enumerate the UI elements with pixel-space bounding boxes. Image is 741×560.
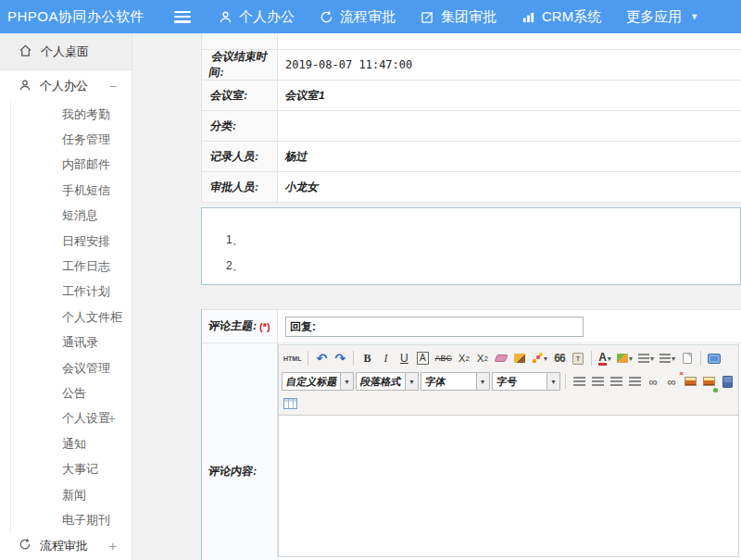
bold-button[interactable]: B (358, 349, 375, 367)
sidebar-item-my-attendance[interactable]: 我的考勤 (11, 102, 132, 127)
nav-item-label: 个人办公 (239, 8, 295, 26)
border-text-button[interactable]: A (417, 352, 429, 365)
select-value: 自定义标题 (282, 375, 342, 389)
expand-icon[interactable]: + (108, 411, 116, 426)
font-size-select[interactable]: 字号 ▾ (492, 372, 561, 391)
editor-content-area[interactable] (279, 416, 738, 556)
sidebar-item-label: 个人文件柜 (62, 309, 122, 326)
ordered-list-icon (638, 354, 649, 363)
insert-image-button[interactable] (682, 372, 698, 391)
person-icon (219, 10, 232, 24)
sidebar-item-label: 流程审批 (40, 538, 88, 554)
comment-content-label: 评论内容: (207, 464, 258, 479)
undo-button[interactable]: ↶ (313, 349, 330, 367)
ordered-list-button[interactable]: ▾ (636, 349, 656, 367)
insert-table-button[interactable] (282, 394, 299, 413)
nav-crm-system[interactable]: CRM系统 (521, 8, 601, 26)
sidebar-item-short-message[interactable]: 短消息 (11, 204, 132, 229)
insert-media-button[interactable] (719, 372, 735, 391)
magic-wand-icon (532, 353, 543, 364)
align-right-icon (610, 377, 622, 386)
cycle-icon (19, 538, 31, 554)
italic-button[interactable]: I (377, 349, 394, 367)
html-source-button[interactable]: HTML (282, 349, 303, 367)
underline-button[interactable]: U (396, 349, 412, 367)
select-value: 段落格式 (356, 375, 407, 389)
paste-button[interactable]: T (570, 349, 586, 367)
field-label: 记录人员: (209, 149, 260, 165)
paragraph-format-select[interactable]: 段落格式 ▾ (356, 372, 419, 391)
nav-item-label: 流程审批 (340, 8, 396, 26)
sidebar-item-mobile-sms[interactable]: 手机短信 (11, 178, 132, 203)
align-right-button[interactable] (608, 372, 624, 391)
auto-typeset-button[interactable]: ▾ (530, 349, 549, 367)
sidebar-item-notice[interactable]: 通知 (11, 431, 132, 456)
nav-group-approval[interactable]: 集团审批 (421, 8, 496, 26)
sidebar-item-label: 短消息 (62, 207, 98, 224)
sidebar-item-task-management[interactable]: 任务管理 (11, 127, 132, 152)
sidebar-item-work-plan[interactable]: 工作计划 (11, 280, 132, 305)
sidebar-item-contacts[interactable]: 通讯录 (11, 330, 132, 355)
remove-link-button[interactable]: ∞× (663, 372, 680, 391)
format-painter-button[interactable] (511, 349, 528, 367)
sidebar-item-workflow-approval[interactable]: 流程审批 + (0, 533, 132, 559)
field-label: 会议室: (209, 88, 249, 104)
upload-image-button[interactable] (700, 372, 717, 391)
expand-icon[interactable]: + (109, 539, 117, 554)
insert-link-button[interactable]: ∞ (645, 372, 661, 391)
align-left-icon (573, 377, 585, 386)
sidebar-item-schedule[interactable]: 日程安排 (11, 229, 132, 254)
redo-button[interactable]: ↷ (332, 349, 348, 367)
collapse-icon[interactable]: − (109, 79, 117, 93)
highlight-color-button[interactable]: ▾ (615, 349, 634, 367)
field-label: 会议结束时间: (207, 49, 280, 81)
subscript-button[interactable]: X2 (474, 349, 491, 367)
sidebar-item-major-events[interactable]: 大事记 (11, 456, 132, 481)
sidebar-item-personal-settings[interactable]: 个人设置 + (11, 406, 132, 431)
new-page-button[interactable] (679, 349, 696, 367)
nav-more-apps[interactable]: 更多应用 ▼ (626, 8, 698, 26)
hamburger-menu-icon[interactable] (174, 11, 191, 23)
caret-down-icon: ▾ (340, 373, 353, 390)
sidebar-item-label: 工作日志 (62, 258, 110, 275)
blockquote-button[interactable]: 66 (551, 349, 568, 367)
sidebar-item-personal-desktop[interactable]: 个人桌面 (0, 33, 132, 70)
table-row: 记录人员: 杨过 (202, 142, 741, 172)
caret-down-icon: ▾ (629, 355, 633, 363)
caret-down-icon: ▾ (546, 373, 559, 390)
comment-subject-label: 评论主题: (207, 318, 258, 334)
sidebar-item-label: 工作计划 (62, 283, 110, 300)
nav-personal-office[interactable]: 个人办公 (219, 8, 295, 26)
font-color-button[interactable]: A▾ (597, 349, 613, 367)
select-value: 字号 (491, 375, 547, 389)
sidebar-item-announcement[interactable]: 公告 (11, 380, 132, 405)
fullscreen-button[interactable] (706, 349, 722, 367)
unordered-list-button[interactable]: ▾ (658, 349, 677, 367)
nav-workflow-approval[interactable]: 流程审批 (320, 8, 396, 26)
sidebar-item-internal-mail[interactable]: 内部邮件 (11, 153, 132, 178)
format-eraser-button[interactable] (493, 349, 509, 367)
custom-title-select[interactable]: 自定义标题 ▾ (282, 372, 354, 391)
sidebar-item-personal-office[interactable]: 个人办公 − (0, 70, 132, 102)
meeting-notes-box: 1、 2、 (201, 207, 741, 285)
align-left-button[interactable] (571, 372, 587, 391)
sidebar-item-label: 手机短信 (62, 182, 110, 199)
sidebar-item-e-journal[interactable]: 电子期刊 (11, 507, 132, 532)
chart-icon (521, 10, 535, 24)
sidebar-item-work-log[interactable]: 工作日志 (11, 254, 132, 279)
comment-subject-row: 评论主题: (*) (202, 309, 741, 343)
sidebar-item-personal-files[interactable]: 个人文件柜 (11, 305, 132, 330)
strikethrough-button[interactable]: ABC (433, 349, 454, 367)
unordered-list-icon (659, 354, 671, 363)
font-family-select[interactable]: 字体 ▾ (421, 372, 490, 391)
align-justify-button[interactable] (626, 372, 643, 391)
comment-subject-input[interactable] (285, 317, 584, 337)
sidebar-item-meeting-management[interactable]: 会议管理 (11, 355, 132, 380)
caret-down-icon: ▾ (672, 355, 675, 363)
superscript-button[interactable]: X2 (456, 349, 472, 367)
align-center-button[interactable] (589, 372, 606, 391)
toolbar-row-3 (282, 393, 735, 413)
sidebar-item-news[interactable]: 新闻 (11, 482, 132, 507)
field-label: 审批人员: (209, 180, 260, 195)
table-icon (283, 398, 297, 409)
